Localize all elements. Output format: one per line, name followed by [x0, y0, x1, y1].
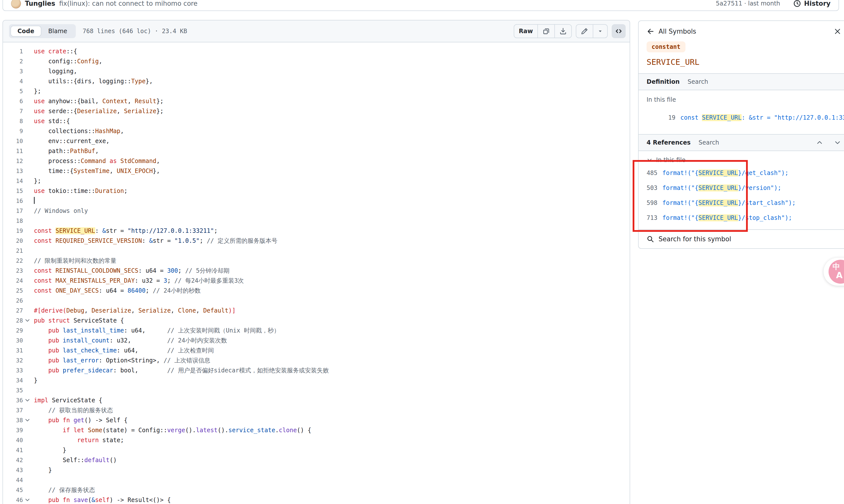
line-number[interactable]: 3 [3, 66, 23, 76]
code-line: 19const SERVICE_URL: &str = "http://127.… [3, 226, 630, 236]
fold-chevron-icon[interactable] [23, 316, 32, 326]
line-number[interactable]: 9 [3, 126, 23, 136]
code-line: 41 } [3, 445, 630, 455]
edit-button[interactable] [576, 25, 593, 38]
avatar[interactable] [11, 0, 21, 8]
reference-row[interactable]: 503format!("{SERVICE_URL}/version"); [639, 180, 844, 195]
line-number[interactable]: 20 [3, 236, 23, 246]
line-number[interactable]: 26 [3, 295, 23, 306]
line-number[interactable]: 27 [3, 306, 23, 316]
chevron-down-icon [598, 29, 603, 34]
line-number[interactable]: 14 [3, 176, 23, 186]
tab-definition[interactable]: Definition [647, 78, 680, 85]
line-number[interactable]: 24 [3, 276, 23, 286]
line-number[interactable]: 11 [3, 146, 23, 156]
definition-line[interactable]: 19const SERVICE_URL: &str = "http://127.… [639, 104, 844, 134]
fold-spacer [23, 485, 32, 495]
code-text: pub fn save(&self) -> Result<()> { [32, 495, 171, 504]
line-number[interactable]: 5 [3, 86, 23, 96]
line-number[interactable]: 37 [3, 405, 23, 415]
code-text: Self::default() [32, 455, 116, 465]
next-reference-button[interactable] [834, 139, 841, 146]
in-this-file-collapse[interactable]: In this file [639, 151, 844, 164]
line-number[interactable]: 38 [3, 415, 23, 425]
line-number[interactable]: 39 [3, 425, 23, 435]
code-line: 40 return state; [3, 435, 630, 445]
line-number[interactable]: 21 [3, 246, 23, 256]
raw-button[interactable]: Raw [514, 25, 537, 38]
code-text: use serde::{Deserialize, Serialize}; [32, 106, 163, 116]
reference-row[interactable]: 713format!("{SERVICE_URL}/stop_clash"); [639, 210, 844, 225]
references-search[interactable]: Search [699, 139, 719, 146]
code-line: 15use tokio::time::Duration; [3, 186, 630, 196]
line-number[interactable]: 23 [3, 266, 23, 276]
line-number[interactable]: 2 [3, 56, 23, 66]
tab-search[interactable]: Search [688, 78, 708, 85]
translate-en-glyph: A [836, 270, 843, 280]
line-number[interactable]: 25 [3, 286, 23, 295]
line-number[interactable]: 6 [3, 96, 23, 106]
translate-button[interactable]: 中 A [828, 260, 844, 284]
code-text: } [32, 445, 66, 455]
line-number[interactable]: 4 [3, 76, 23, 86]
line-number[interactable]: 34 [3, 375, 23, 385]
line-number[interactable]: 44 [3, 475, 23, 485]
reference-row[interactable]: 485format!("{SERVICE_URL}/get_clash"); [639, 165, 844, 180]
fold-chevron-icon[interactable] [23, 395, 32, 405]
history-button[interactable]: History [793, 0, 830, 7]
fold-spacer [23, 286, 32, 295]
tab-blame[interactable]: Blame [41, 26, 74, 37]
line-number[interactable]: 17 [3, 206, 23, 216]
line-number[interactable]: 40 [3, 435, 23, 445]
fold-chevron-icon[interactable] [23, 495, 32, 504]
line-number[interactable]: 22 [3, 256, 23, 266]
commit-author[interactable]: Tunglies [25, 0, 55, 7]
line-number[interactable]: 15 [3, 186, 23, 196]
download-button[interactable] [554, 25, 571, 38]
line-number[interactable]: 18 [3, 216, 23, 226]
code-line: 18 [3, 216, 630, 226]
line-number[interactable]: 13 [3, 166, 23, 176]
line-number[interactable]: 33 [3, 365, 23, 375]
line-number[interactable]: 43 [3, 465, 23, 475]
commit-message[interactable]: fix(linux): can not connect to mihomo co… [59, 0, 197, 7]
fold-chevron-icon[interactable] [23, 415, 32, 425]
tab-code[interactable]: Code [11, 26, 41, 37]
line-number[interactable]: 1 [3, 47, 23, 56]
fold-spacer [23, 435, 32, 445]
line-number[interactable]: 42 [3, 455, 23, 465]
fold-spacer [23, 345, 32, 356]
all-symbols-back-button[interactable]: All Symbols [647, 28, 696, 35]
line-number[interactable]: 45 [3, 485, 23, 495]
code-text: time::{SystemTime, UNIX_EPOCH}, [32, 166, 160, 176]
line-number[interactable]: 16 [3, 196, 23, 206]
line-number[interactable]: 12 [3, 156, 23, 166]
symbol-highlight: SERVICE_URL [702, 114, 741, 121]
edit-dropdown-button[interactable] [593, 25, 607, 38]
line-number[interactable]: 36 [3, 395, 23, 405]
fold-spacer [23, 186, 32, 196]
code-line: 10 env::current_exe, [3, 136, 630, 146]
line-number[interactable]: 46 [3, 495, 23, 504]
symbols-pane-toggle-button[interactable] [612, 24, 626, 38]
line-number[interactable]: 7 [3, 106, 23, 116]
code-text: // Windows only [32, 206, 88, 216]
code-line: 8use std::{ [3, 116, 630, 126]
line-number[interactable]: 30 [3, 336, 23, 345]
line-number[interactable]: 10 [3, 136, 23, 146]
line-number[interactable]: 19 [3, 226, 23, 236]
search-symbol-button[interactable]: Search for this symbol [639, 229, 844, 248]
close-panel-button[interactable] [834, 28, 841, 35]
line-number[interactable]: 31 [3, 345, 23, 356]
copy-raw-button[interactable] [537, 25, 554, 38]
code-text: config::Config, [32, 56, 103, 66]
line-number[interactable]: 32 [3, 356, 23, 365]
reference-row[interactable]: 598format!("{SERVICE_URL}/start_clash"); [639, 195, 844, 210]
prev-reference-button[interactable] [816, 139, 823, 146]
line-number[interactable]: 41 [3, 445, 23, 455]
line-number[interactable]: 8 [3, 116, 23, 126]
line-number[interactable]: 35 [3, 385, 23, 395]
code-line: 7use serde::{Deserialize, Serialize}; [3, 106, 630, 116]
line-number[interactable]: 29 [3, 326, 23, 336]
line-number[interactable]: 28 [3, 316, 23, 326]
